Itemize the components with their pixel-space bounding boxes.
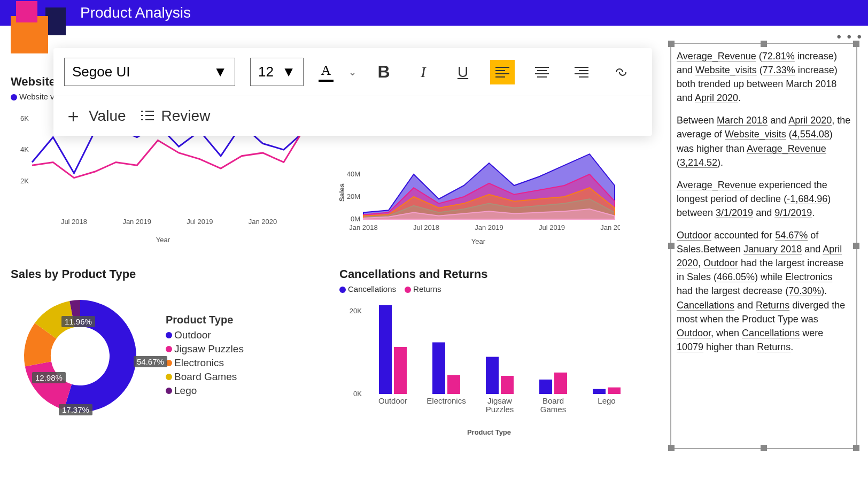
review-button-label: Review xyxy=(161,107,211,125)
dropdown-icon: ▼ xyxy=(213,64,227,80)
font-size-value: 12 xyxy=(258,64,274,80)
svg-text:Lego: Lego xyxy=(598,396,615,405)
svg-text:Jan 2020: Jan 2020 xyxy=(249,218,277,226)
review-button[interactable]: Review xyxy=(140,107,211,125)
font-size-select[interactable]: 12 ▼ xyxy=(250,58,304,86)
font-family-value: Segoe UI xyxy=(72,64,130,80)
svg-text:Jul 2019: Jul 2019 xyxy=(539,223,565,231)
svg-text:0M: 0M xyxy=(351,215,360,223)
svg-rect-51 xyxy=(608,388,621,394)
svg-text:Jul 2018: Jul 2018 xyxy=(61,218,87,226)
align-right-button[interactable] xyxy=(569,60,594,84)
smart-narrative-textbox[interactable]: Average_Revenue (72.81% increase) and We… xyxy=(670,43,857,449)
legend-item: Electronics xyxy=(174,357,224,368)
text-format-toolbar: Segoe UI ▼ 12 ▼ A ⌄ B I U ＋ Value xyxy=(53,48,652,136)
report-logo xyxy=(5,5,64,53)
plus-icon: ＋ xyxy=(64,104,82,128)
svg-text:Jan 2019: Jan 2019 xyxy=(475,223,503,231)
add-value-button[interactable]: ＋ Value xyxy=(64,104,126,128)
svg-text:20K: 20K xyxy=(350,307,362,315)
legend-item: Board Games xyxy=(174,371,237,382)
svg-rect-36 xyxy=(379,305,392,394)
chart-cancellations-returns[interactable]: Cancellations and Returns Cancellations … xyxy=(339,267,639,449)
value-button-label: Value xyxy=(89,107,126,125)
svg-text:Board: Board xyxy=(542,396,564,405)
chart-sales-area[interactable]: Sales0M20M40MJan 2018Jul 2018Jan 2019Jul… xyxy=(337,150,620,246)
svg-text:20M: 20M xyxy=(347,192,360,200)
svg-rect-39 xyxy=(432,342,445,394)
svg-text:Outdoor: Outdoor xyxy=(378,396,407,405)
svg-text:Sales: Sales xyxy=(338,183,346,202)
donut-slice-label: 17.37% xyxy=(59,404,92,415)
svg-rect-42 xyxy=(486,357,499,394)
svg-rect-50 xyxy=(593,389,606,394)
legend-item: Jigsaw Puzzles xyxy=(174,343,244,354)
chart1-xlabel: Year xyxy=(11,236,315,244)
svg-text:2K: 2K xyxy=(20,177,29,185)
resize-handle[interactable] xyxy=(668,243,675,249)
svg-text:Jan 2018: Jan 2018 xyxy=(349,223,378,231)
chart4-xlabel: Product Type xyxy=(339,428,639,436)
resize-handle[interactable] xyxy=(853,445,859,451)
narrative-p2: Between March 2018 and April 2020, the a… xyxy=(677,113,851,169)
resize-handle[interactable] xyxy=(761,41,767,47)
svg-text:4K: 4K xyxy=(20,145,29,153)
align-left-icon xyxy=(495,66,509,78)
bar-chart-svg: 0K20KOutdoorElectronicsJigsawPuzzlesBoar… xyxy=(339,298,639,426)
donut-slice-label: 11.96% xyxy=(61,316,95,327)
svg-text:Jigsaw: Jigsaw xyxy=(487,396,512,405)
chart-sales-by-product[interactable]: Sales by Product Type 54.67%17.37%12.98%… xyxy=(11,267,321,444)
legend-header: Product Type xyxy=(166,314,244,326)
donut-slice-label: 54.67% xyxy=(134,356,167,367)
align-right-icon xyxy=(575,66,588,78)
narrative-p1: Average_Revenue (72.81% increase) and We… xyxy=(677,49,851,105)
svg-text:Puzzles: Puzzles xyxy=(486,405,514,414)
donut-slice-label: 12.98% xyxy=(32,372,66,383)
underline-button[interactable]: U xyxy=(451,60,475,84)
link-icon xyxy=(613,67,629,78)
dropdown-icon: ▼ xyxy=(282,64,296,80)
resize-handle[interactable] xyxy=(761,445,767,451)
resize-handle[interactable] xyxy=(853,41,859,47)
svg-text:40M: 40M xyxy=(347,170,360,178)
chart3-legend: Product Type Outdoor Jigsaw Puzzles Elec… xyxy=(166,314,244,399)
svg-text:Jul 2019: Jul 2019 xyxy=(187,218,213,226)
font-color-button[interactable]: A xyxy=(319,63,334,82)
font-family-select[interactable]: Segoe UI ▼ xyxy=(64,58,235,86)
insert-link-button[interactable] xyxy=(609,60,633,84)
svg-rect-40 xyxy=(447,375,460,394)
svg-text:6K: 6K xyxy=(20,114,29,122)
svg-text:Electronics: Electronics xyxy=(427,396,466,405)
legend-item: Returns xyxy=(413,284,441,293)
svg-text:Jan 2020: Jan 2020 xyxy=(600,223,620,231)
legend-label: Website v xyxy=(19,92,55,101)
svg-rect-46 xyxy=(539,380,552,394)
chart2-xlabel: Year xyxy=(337,237,620,245)
resize-handle[interactable] xyxy=(668,445,675,451)
narrative-p3: Average_Revenue experienced the longest … xyxy=(677,178,851,220)
title-bar: Product Analysis xyxy=(0,0,868,26)
svg-text:Jul 2018: Jul 2018 xyxy=(413,223,439,231)
svg-rect-37 xyxy=(394,347,407,394)
align-center-icon xyxy=(535,66,549,78)
area-chart-svg: Sales0M20M40MJan 2018Jul 2018Jan 2019Jul… xyxy=(337,150,620,235)
font-color-dropdown[interactable]: ⌄ xyxy=(348,66,356,78)
resize-handle[interactable] xyxy=(668,41,675,47)
align-center-button[interactable] xyxy=(530,60,554,84)
svg-text:Games: Games xyxy=(540,405,566,414)
narrative-p4: Outdoor accounted for 54.67% of Sales.Be… xyxy=(677,228,851,354)
chart4-legend: Cancellations Returns xyxy=(339,284,639,293)
legend-item: Outdoor xyxy=(174,329,211,341)
page-title: Product Analysis xyxy=(80,4,191,21)
chart4-title: Cancellations and Returns xyxy=(339,267,639,281)
align-left-button[interactable] xyxy=(490,60,515,84)
review-icon xyxy=(140,109,155,123)
svg-text:0K: 0K xyxy=(353,390,362,398)
chart3-title: Sales by Product Type xyxy=(11,267,321,281)
bold-button[interactable]: B xyxy=(371,60,396,84)
svg-rect-47 xyxy=(554,373,567,394)
resize-handle[interactable] xyxy=(853,243,859,249)
legend-item: Lego xyxy=(174,385,197,396)
svg-text:Jan 2019: Jan 2019 xyxy=(122,218,151,226)
italic-button[interactable]: I xyxy=(411,60,436,84)
